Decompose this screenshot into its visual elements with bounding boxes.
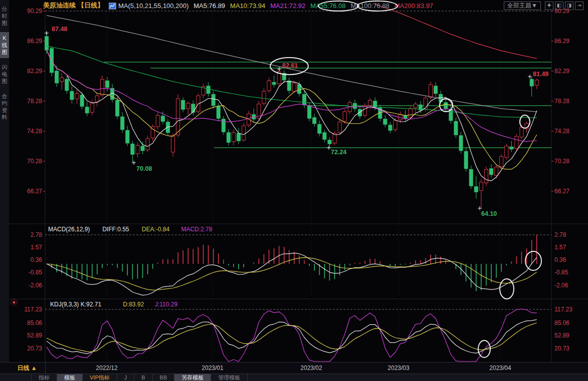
time-axis-row: 日线 ▲ 2022/122023/012023/022023/032023/04 (0, 362, 588, 373)
macd-axis-label: -0.85 (554, 269, 568, 276)
candle (70, 91, 74, 100)
period-selector[interactable]: 日线 ▲ (9, 362, 46, 373)
candle (490, 169, 493, 175)
candle (520, 127, 523, 137)
candle (429, 85, 433, 98)
candle (464, 151, 468, 169)
x-axis-date-label: 2023/01 (202, 362, 223, 373)
line-chart-icon (109, 3, 116, 10)
candle (90, 103, 94, 113)
candle (353, 103, 356, 109)
kdj-title: D:83.92 (123, 301, 144, 308)
candle (105, 81, 109, 88)
sidebar-item-闪电图[interactable]: 闪电图 (0, 61, 9, 87)
candle (232, 133, 235, 142)
macd-dea-line (47, 257, 537, 290)
candle (292, 83, 296, 92)
candle (141, 146, 144, 151)
sidebar-item-分时图[interactable]: 分时图 (0, 3, 9, 29)
macd-title: DIFF:0.55 (102, 226, 129, 233)
candle (207, 86, 210, 94)
pop-out-icon[interactable]: ⇥ (575, 2, 583, 10)
candle (161, 116, 164, 122)
candle (262, 91, 266, 103)
kdj-axis-label: 117.23 (24, 306, 42, 313)
candle (60, 78, 64, 82)
sidebar-item-合约资料[interactable]: 合约资料 (0, 90, 9, 123)
bottom-tab-BB[interactable]: BB (153, 374, 175, 381)
price-annotation: 81.49 (533, 71, 548, 78)
candle (186, 103, 190, 109)
x-axis-date-label: 2023/02 (300, 362, 322, 373)
highlight-circle (500, 279, 514, 299)
chart-canvas[interactable]: 90.2990.2986.2986.2982.2982.2978.2878.28… (0, 0, 588, 381)
split-left-icon[interactable]: ◧ (555, 2, 563, 10)
bottom-tab-J[interactable]: J (117, 374, 135, 381)
candle (434, 86, 438, 94)
candle (500, 157, 503, 167)
candle (181, 100, 185, 109)
y-axis-label: 86.29 (554, 38, 569, 45)
left-sidebar: 分时图K线图闪电图合约资料 (0, 0, 9, 362)
move-tool-icon[interactable]: ✚ (545, 2, 553, 10)
candle (100, 79, 104, 95)
candle (131, 144, 134, 154)
macd-axis-label: 2.78 (31, 231, 43, 238)
kdj-j-line (47, 309, 537, 361)
macd-axis-label: 0.36 (31, 256, 43, 263)
price-annotation: 87.48 (52, 26, 67, 33)
y-axis-label: 66.27 (554, 188, 569, 195)
y-axis-label: 74.28 (27, 128, 42, 135)
candle (409, 109, 412, 118)
bottom-tab-管理模板[interactable]: 管理模板 (211, 374, 248, 381)
y-axis-label: 78.28 (27, 98, 42, 105)
y-axis-label: 70.28 (27, 158, 42, 165)
split-right-icon[interactable]: ◨ (565, 2, 573, 10)
candle (469, 169, 473, 186)
bottom-tab-另存模板[interactable]: 另存模板 (174, 374, 211, 381)
y-axis-label: 82.29 (554, 68, 569, 75)
candle (515, 136, 518, 148)
y-axis-label: 74.28 (554, 128, 569, 135)
candle (237, 133, 241, 141)
bottom-tab-VIP指标[interactable]: VIP指标 (83, 374, 117, 381)
x-axis-date-label: 2023/04 (489, 362, 511, 373)
candle (80, 95, 84, 107)
trading-chart-window: 90.2990.2986.2986.2982.2982.2978.2878.28… (0, 0, 588, 381)
candle (479, 182, 483, 191)
x-axis-date-label: 2023/03 (387, 362, 409, 373)
highlight-circle (525, 251, 541, 270)
symbol-title: 美原油连续 (43, 1, 76, 10)
candle (171, 136, 175, 152)
ma-value-label: MA5:76.89 (193, 2, 225, 10)
candle (484, 169, 488, 183)
kdj-k-line (47, 319, 537, 353)
macd-axis-label: -2.06 (29, 282, 43, 289)
candle (287, 81, 291, 91)
bottom-tab-模板[interactable]: 模板 (57, 374, 83, 381)
kdj-axis-label: 20.73 (27, 345, 42, 352)
y-axis-label: 66.27 (27, 188, 42, 195)
sidebar-item-K线图[interactable]: K线图 (0, 32, 9, 58)
candle (318, 124, 321, 133)
candle (394, 121, 397, 130)
candle (242, 126, 246, 140)
ma-value-label: MA21:72.92 (270, 2, 305, 10)
candle (95, 96, 99, 102)
candle (212, 94, 215, 106)
ma-value-label: MA200:83.97 (395, 2, 433, 10)
y-axis-label: 86.29 (27, 38, 42, 45)
candle (176, 99, 180, 135)
sun-marker-icon (13, 301, 16, 304)
candle (75, 94, 79, 99)
candle (414, 104, 417, 108)
candle (272, 82, 276, 85)
candle (368, 100, 372, 106)
theme-dropdown-button[interactable]: 全部主题▼ (504, 2, 541, 10)
macd-title: MACD:2.78 (181, 226, 212, 233)
header-toolbar: ✚◧◨⇥ (545, 1, 585, 10)
bottom-tab-B[interactable]: B (134, 374, 152, 381)
candle (116, 100, 119, 116)
y-axis-label: 82.29 (27, 68, 42, 75)
bottom-tab-指标[interactable]: 指标 (31, 374, 57, 381)
